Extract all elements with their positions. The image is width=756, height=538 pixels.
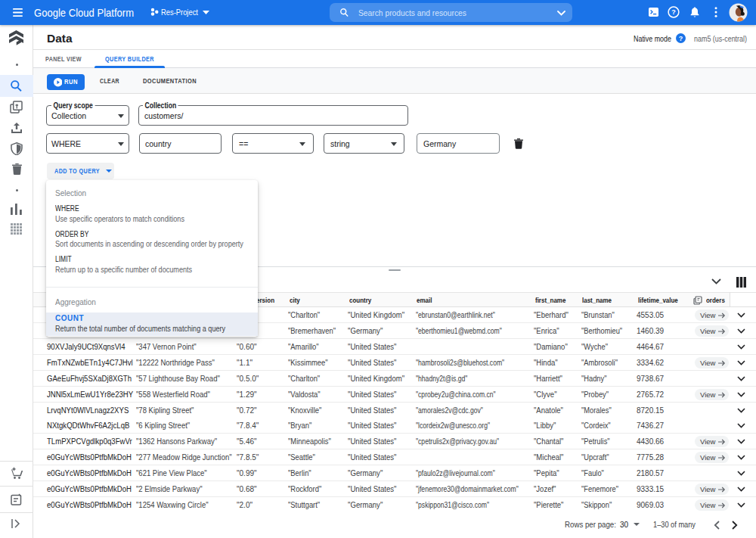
svg-text:?: ? <box>671 8 676 16</box>
svg-text:?: ? <box>679 35 683 42</box>
